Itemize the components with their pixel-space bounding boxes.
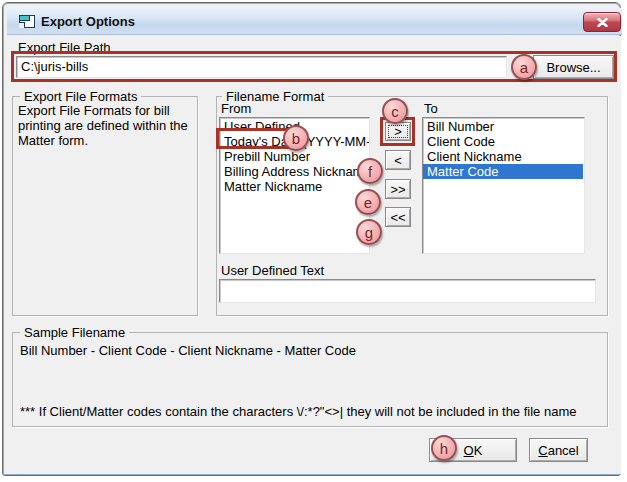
export-file-path-label: Export File Path (18, 40, 111, 55)
annotation-f: f (357, 158, 383, 184)
annotation-h: h (431, 435, 457, 461)
annotation-a: a (511, 54, 537, 80)
move-all-right-button[interactable]: >> (385, 179, 411, 199)
to-list[interactable]: Bill NumberClient CodeClient NicknameMat… (422, 117, 585, 254)
export-file-formats-group-label: Export File Formats (20, 89, 141, 104)
annotation-c: c (382, 98, 408, 124)
window-title: Export Options (41, 14, 135, 29)
titlebar[interactable]: Export Options (7, 7, 622, 35)
close-button[interactable] (583, 12, 621, 32)
sample-filename-value: Bill Number - Client Code - Client Nickn… (20, 343, 356, 358)
export-file-formats-description: Export File Formats for bill printing ar… (18, 103, 194, 148)
list-item[interactable]: Matter Code (423, 164, 583, 179)
list-item[interactable]: Matter Nickname (222, 179, 369, 194)
move-all-left-button[interactable]: << (385, 207, 411, 227)
annotation-b: b (283, 125, 309, 151)
sample-filename-group-label: Sample Filename (20, 325, 129, 340)
list-item[interactable]: Client Code (425, 134, 584, 149)
list-item[interactable]: Billing Address Nickname (222, 164, 369, 179)
annotation-e: e (355, 189, 381, 215)
to-label: To (424, 101, 438, 116)
browse-button[interactable]: Browse... (533, 55, 614, 79)
user-defined-text-input[interactable] (219, 279, 596, 303)
cancel-button[interactable]: Cancel (529, 438, 588, 462)
invalid-characters-note: *** If Client/Matter codes contain the c… (20, 404, 576, 419)
close-icon (597, 18, 608, 27)
annotation-g: g (356, 219, 382, 245)
move-left-button[interactable]: < (385, 150, 411, 170)
list-item[interactable]: Prebill Number (222, 149, 369, 164)
list-item[interactable]: Client Nickname (425, 149, 584, 164)
move-right-button[interactable]: > (385, 122, 411, 141)
form-icon (19, 15, 35, 28)
export-file-path-input[interactable]: C:\juris-bills (16, 56, 507, 78)
list-item[interactable]: Bill Number (425, 119, 584, 134)
from-label: From (221, 101, 251, 116)
user-defined-text-label: User Defined Text (221, 263, 324, 278)
